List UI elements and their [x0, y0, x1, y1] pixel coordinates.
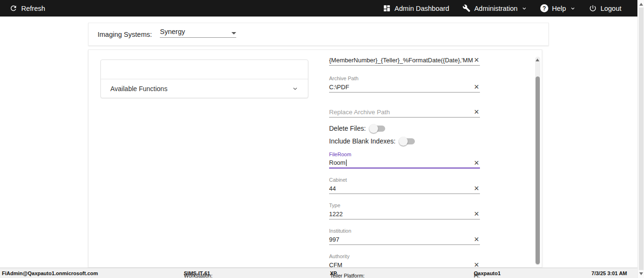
clear-icon[interactable]: ×: [473, 83, 480, 91]
authority-label: Authority: [329, 253, 480, 260]
refresh-icon: [9, 4, 17, 12]
form-scrollbar[interactable]: [535, 57, 540, 265]
field-archive-path: Archive Path C:\PDF ×: [329, 76, 480, 93]
delete-files-row: Delete Files:: [329, 125, 385, 132]
field-fileroom: FileRoom Room ×: [329, 152, 480, 168]
main-content-card: Available Functions {MemberNumber}_{Tell…: [88, 50, 542, 268]
cabinet-input[interactable]: 44 ×: [329, 183, 480, 194]
institution-label: Institution: [329, 228, 480, 234]
top-navbar: Refresh Admin Dashboard Administration ?…: [0, 0, 637, 17]
authority-input[interactable]: CFM ×: [329, 260, 480, 268]
chevron-down-icon: [521, 6, 527, 11]
status-datetime: 7/3/25 3:01 AM: [592, 270, 627, 276]
field-institution: Institution 997 ×: [329, 228, 480, 245]
available-functions-expander[interactable]: Available Functions: [101, 79, 308, 98]
field-type: Type 1222 ×: [329, 202, 480, 219]
status-bar: FiAdmin@Qaxpauto1.onmicrosoft.com Workst…: [0, 268, 637, 278]
replace-archive-path-input[interactable]: Replace Archive Path ×: [329, 107, 480, 118]
available-functions-label: Available Functions: [110, 85, 167, 93]
clear-icon[interactable]: ×: [473, 159, 480, 167]
scroll-up-icon[interactable]: [639, 3, 643, 6]
administration-label: Administration: [474, 5, 518, 12]
toggle-knob: [399, 137, 408, 146]
institution-value: 997: [329, 236, 339, 243]
clear-icon[interactable]: ×: [473, 184, 480, 193]
cabinet-value: 44: [329, 185, 336, 192]
refresh-button[interactable]: Refresh: [9, 4, 45, 12]
wrench-icon: [462, 4, 471, 12]
form-scrollbar-thumb[interactable]: [536, 76, 540, 264]
power-icon: [589, 4, 597, 12]
field-authority: Authority CFM ×: [329, 253, 480, 268]
status-teller-platform: Teller Platform: XP: [330, 270, 337, 276]
fileroom-label: FileRoom: [329, 152, 480, 158]
logout-button[interactable]: Logout: [589, 4, 621, 12]
archive-path-input[interactable]: C:\PDF ×: [329, 82, 480, 93]
include-blank-indexes-label: Include Blank Indexes:: [329, 137, 396, 145]
page-scrollbar-thumb[interactable]: [639, 8, 644, 270]
admin-dashboard-label: Admin Dashboard: [395, 5, 449, 12]
scroll-up-icon[interactable]: [536, 59, 539, 61]
help-label: Help: [552, 5, 566, 12]
imaging-systems-label: Imaging Systems:: [98, 31, 152, 38]
clear-icon[interactable]: ×: [473, 235, 480, 244]
admin-dashboard-button[interactable]: Admin Dashboard: [383, 4, 449, 12]
status-fi: FI: Qaxpauto1: [474, 270, 501, 276]
institution-input[interactable]: 997 ×: [329, 234, 480, 245]
clear-icon[interactable]: ×: [473, 108, 480, 116]
toggle-knob: [369, 124, 378, 133]
type-input[interactable]: 1222 ×: [329, 209, 480, 219]
available-functions-header-area: [101, 60, 308, 79]
function-settings-form: {MemberNumber}_{Teller}_%FormatDate({Dat…: [329, 50, 480, 268]
status-user: FiAdmin@Qaxpauto1.onmicrosoft.com: [2, 270, 98, 276]
text-cursor: [346, 160, 347, 166]
field-cabinet: Cabinet 44 ×: [329, 177, 480, 194]
chevron-down-icon: [570, 6, 576, 11]
fileroom-value: Room: [329, 159, 346, 166]
cabinet-label: Cabinet: [329, 177, 480, 183]
page-scrollbar[interactable]: [637, 0, 644, 278]
clear-icon[interactable]: ×: [473, 210, 480, 218]
imaging-systems-select[interactable]: Synergy: [160, 28, 236, 38]
help-icon: ?: [540, 4, 548, 12]
archive-path-value: C:\PDF: [329, 84, 349, 91]
imaging-systems-selected-value: Synergy: [160, 28, 185, 35]
field-replace-archive-path: Replace Archive Path ×: [329, 107, 480, 118]
filename-format-input[interactable]: {MemberNumber}_{Teller}_%FormatDate({Dat…: [329, 55, 480, 66]
replace-archive-path-placeholder: Replace Archive Path: [329, 109, 390, 116]
refresh-label: Refresh: [21, 5, 45, 12]
help-menu[interactable]: ? Help: [540, 4, 576, 12]
authority-value: CFM: [329, 261, 342, 269]
dashboard-icon: [383, 4, 391, 12]
chevron-down-icon: [292, 85, 298, 92]
clear-icon[interactable]: ×: [473, 56, 480, 64]
delete-files-label: Delete Files:: [329, 125, 366, 132]
field-filename-format: {MemberNumber}_{Teller}_%FormatDate({Dat…: [329, 55, 480, 66]
archive-path-label: Archive Path: [329, 76, 480, 82]
delete-files-toggle[interactable]: [370, 126, 385, 132]
fileroom-input[interactable]: Room ×: [329, 158, 480, 168]
type-value: 1222: [329, 211, 343, 218]
available-functions-panel: Available Functions: [100, 59, 308, 98]
clear-icon[interactable]: ×: [473, 261, 480, 268]
dropdown-arrow-icon: [231, 32, 236, 34]
type-label: Type: [329, 202, 480, 209]
include-blank-indexes-toggle[interactable]: [399, 138, 415, 144]
logout-label: Logout: [601, 5, 621, 12]
imaging-systems-card: Imaging Systems: Synergy: [88, 23, 549, 46]
scroll-down-icon[interactable]: [639, 272, 643, 275]
include-blank-indexes-row: Include Blank Indexes:: [329, 137, 415, 145]
administration-menu[interactable]: Administration: [462, 4, 527, 12]
status-workstation: Workstation: SIMS-IT-61: [184, 270, 210, 276]
filename-format-value: {MemberNumber}_{Teller}_%FormatDate({Dat…: [329, 57, 473, 64]
